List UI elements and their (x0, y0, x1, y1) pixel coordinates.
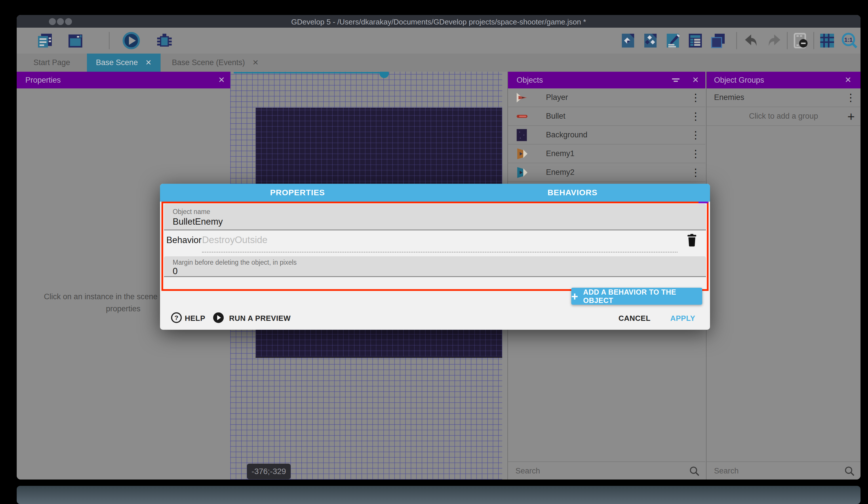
new-window-icon[interactable] (66, 31, 85, 50)
help-icon[interactable]: ? (170, 312, 183, 324)
kebab-menu-icon[interactable]: ⋮ (690, 92, 699, 104)
close-tab-icon[interactable]: ✕ (145, 58, 152, 67)
tab-label: Start Page (33, 58, 70, 67)
tab-start-page[interactable]: Start Page (17, 53, 87, 72)
apply-button[interactable]: APPLY (670, 314, 695, 323)
run-preview-icon[interactable] (213, 312, 225, 324)
search-icon (844, 465, 855, 477)
object-name-field[interactable]: Object name BulletEnemy (164, 204, 706, 230)
export-icon[interactable] (619, 31, 637, 50)
editor-tab-bar: Start Page Base Scene ✕ Base Scene (Even… (17, 53, 860, 72)
object-label: Player (546, 93, 568, 102)
close-panel-icon[interactable]: ✕ (692, 75, 699, 85)
add-behavior-button[interactable]: + ADD A BEHAVIOR TO THE OBJECT (571, 288, 702, 305)
object-row-bullet[interactable]: Bullet ⋮ (508, 107, 705, 126)
bullet-object-icon (515, 109, 529, 123)
object-name-value[interactable]: BulletEnemy (173, 216, 223, 227)
edit-scene-icon[interactable] (664, 31, 682, 50)
cursor-coordinates-badge: -376;-329 (247, 464, 291, 479)
toolbar-separator (787, 32, 788, 49)
behavior-label: Behavior (166, 235, 202, 245)
objects-panel-header: Objects ✕ (508, 72, 705, 88)
object-label: Bullet (546, 112, 566, 121)
help-button[interactable]: HELP (185, 314, 205, 323)
object-label: Enemy2 (546, 168, 575, 177)
filter-icon[interactable] (671, 76, 680, 84)
svg-text:1:1: 1:1 (844, 37, 853, 43)
toolbar-separator (736, 32, 737, 49)
svg-text:?: ? (174, 314, 178, 321)
panel-title: Objects (517, 76, 543, 85)
selection-handle[interactable] (380, 72, 389, 78)
tab-properties[interactable]: PROPERTIES (160, 184, 435, 202)
tab-base-scene-events[interactable]: Base Scene (Events) ✕ (161, 53, 270, 72)
margin-field[interactable]: Margin before deleting the object, in pi… (164, 256, 706, 277)
toolbar-separator (109, 32, 110, 49)
play-preview-icon[interactable] (122, 31, 141, 50)
tab-label: Base Scene (96, 58, 138, 67)
object-row-player[interactable]: Player ⋮ (508, 88, 705, 107)
margin-label: Margin before deleting the object, in pi… (173, 259, 297, 266)
objects-search-input[interactable] (515, 464, 654, 477)
zoom-1-1-icon[interactable]: 1:1 (840, 31, 859, 50)
object-row-enemy1[interactable]: Enemy1 ⋮ (508, 144, 705, 163)
window-title: GDevelop 5 - /Users/dkarakay/Documents/G… (17, 18, 860, 27)
properties-list-icon[interactable] (686, 31, 704, 50)
background-window-strip (17, 486, 860, 504)
enemy1-object-icon (515, 147, 529, 161)
debug-icon[interactable] (155, 31, 173, 50)
instances-icon[interactable] (641, 31, 660, 50)
plus-icon: + (571, 291, 578, 302)
tab-base-scene[interactable]: Base Scene ✕ (87, 53, 161, 72)
grid-icon[interactable] (818, 31, 836, 50)
kebab-menu-icon[interactable]: ⋮ (690, 110, 699, 122)
groups-search-box (706, 461, 860, 480)
add-group-label: Click to add a group (706, 112, 860, 121)
object-row-background[interactable]: Background ⋮ (508, 126, 705, 144)
mask-icon[interactable] (792, 31, 810, 50)
redo-icon[interactable] (765, 31, 783, 50)
delete-behavior-icon[interactable] (684, 232, 699, 248)
main-toolbar: 1:1 (17, 28, 860, 53)
object-name-label: Object name (173, 208, 210, 216)
plus-icon[interactable]: + (847, 109, 855, 124)
close-panel-icon[interactable]: ✕ (845, 75, 851, 85)
title-bar: GDevelop 5 - /Users/dkarakay/Documents/G… (17, 15, 860, 28)
layers-icon[interactable] (709, 31, 727, 50)
undo-icon[interactable] (742, 31, 761, 50)
toolbar-separator (813, 32, 814, 49)
properties-panel-header: Properties ✕ (17, 72, 230, 88)
behavior-name-field[interactable]: DestroyOutside (202, 234, 267, 245)
group-row-enemies[interactable]: Enemies ⋮ (706, 88, 860, 107)
kebab-menu-icon[interactable]: ⋮ (690, 148, 699, 160)
close-tab-icon[interactable]: ✕ (252, 58, 259, 67)
margin-value[interactable]: 0 (173, 266, 178, 276)
tab-label: Base Scene (Events) (172, 58, 245, 67)
panel-title: Properties (25, 76, 61, 85)
project-manager-icon[interactable] (36, 31, 54, 50)
add-group-row[interactable]: Click to add a group + (706, 107, 860, 126)
background-object-icon (515, 128, 529, 142)
kebab-menu-icon[interactable]: ⋮ (690, 167, 699, 179)
object-editor-dialog: PROPERTIES BEHAVIORS Object name BulletE… (160, 184, 710, 330)
run-preview-button[interactable]: RUN A PREVIEW (229, 314, 291, 323)
close-panel-icon[interactable]: ✕ (218, 75, 225, 85)
annotation-purple-chip (699, 202, 708, 203)
groups-search-input[interactable] (714, 464, 822, 477)
object-groups-panel-header: Object Groups ✕ (706, 72, 860, 88)
kebab-menu-icon[interactable]: ⋮ (690, 129, 699, 141)
behavior-field-underline (202, 252, 678, 253)
dialog-tab-bar: PROPERTIES BEHAVIORS (160, 184, 710, 202)
object-row-enemy2[interactable]: Enemy2 ⋮ (508, 163, 705, 182)
panel-title: Object Groups (714, 76, 764, 85)
kebab-menu-icon[interactable]: ⋮ (846, 92, 854, 104)
cancel-button[interactable]: CANCEL (619, 314, 650, 323)
player-object-icon (515, 90, 529, 105)
objects-search-box (508, 461, 705, 480)
tab-behaviors[interactable]: BEHAVIORS (435, 184, 710, 202)
search-icon (689, 465, 700, 477)
object-label: Enemy1 (546, 149, 575, 158)
object-groups-panel: Object Groups ✕ Enemies ⋮ Click to add a… (706, 72, 860, 480)
selection-highlight (234, 72, 384, 73)
object-label: Background (546, 130, 587, 139)
